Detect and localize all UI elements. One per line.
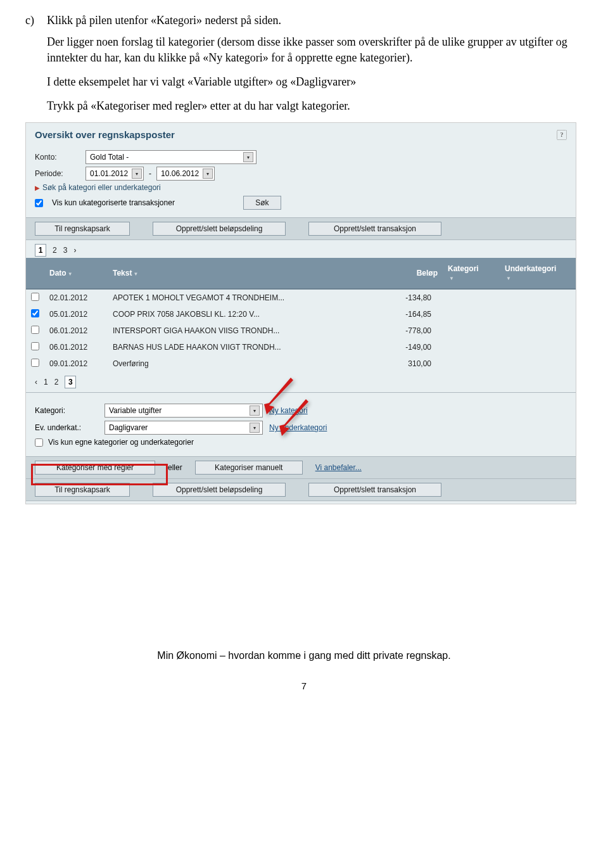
cell-underkat (500, 355, 576, 372)
cell-kategori (443, 289, 500, 306)
show-own-categories-checkbox[interactable] (35, 438, 43, 447)
col-tekst[interactable]: Tekst▼ (108, 258, 379, 289)
col-underkat[interactable]: Underkategori▼ (500, 258, 576, 289)
cell-tekst: Overføring (108, 355, 379, 372)
cell-belop: -164,85 (379, 306, 443, 322)
cell-dato: 06.01.2012 (44, 322, 108, 339)
cell-underkat (500, 322, 576, 339)
cell-dato: 06.01.2012 (44, 339, 108, 355)
til-regnskapsark-button[interactable]: Til regnskapsark (35, 222, 130, 236)
cell-kategori (443, 339, 500, 355)
underkat-select[interactable]: Dagligvarer ▾ (104, 421, 263, 435)
row-checkbox[interactable] (31, 309, 39, 317)
opprett-slett-trans-button-2[interactable]: Opprett/slett transaksjon (308, 483, 441, 497)
row-checkbox[interactable] (31, 326, 39, 334)
cell-dato: 05.01.2012 (44, 306, 108, 322)
doc-para4: Trykk på «Kategoriser med regler» etter … (47, 98, 583, 113)
table-row: 06.01.2012INTERSPORT GIGA HAAKON VIISG T… (26, 322, 576, 339)
toolbar-top: Til regnskapsark Opprett/slett beløpsdel… (26, 217, 576, 240)
show-uncategorized-checkbox[interactable] (35, 199, 43, 207)
cell-kategori (443, 355, 500, 372)
konto-label: Konto: (35, 153, 80, 162)
col-dato[interactable]: Dato▼ (44, 258, 108, 289)
cell-tekst: BARNAS HUS LADE HAAKON VIIGT TRONDH... (108, 339, 379, 355)
cell-belop: 310,00 (379, 355, 443, 372)
col-belop[interactable]: Beløp (379, 258, 443, 289)
cell-dato: 09.01.2012 (44, 355, 108, 372)
periode-from-value: 01.01.2012 (90, 169, 128, 178)
search-category-link[interactable]: ▶ Søk på kategori eller underkategori (35, 183, 567, 192)
kategori-value: Variable utgifter (109, 406, 162, 415)
underkat-value: Dagligvarer (109, 423, 148, 432)
row-checkbox[interactable] (31, 293, 39, 301)
table-row: 06.01.2012BARNAS HUS LADE HAAKON VIIGT T… (26, 339, 576, 355)
periode-from-input[interactable]: 01.01.2012 ▾ (86, 167, 144, 181)
cell-tekst: APOTEK 1 MOHOLT VEGAMOT 4 TRONDHEIM... (108, 289, 379, 306)
triangle-icon: ▶ (35, 184, 40, 191)
toolbar-bottom: Til regnskapsark Opprett/slett beløpsdel… (26, 479, 576, 501)
konto-value: Gold Total - (90, 153, 129, 162)
konto-select[interactable]: Gold Total - ▾ (86, 150, 256, 164)
cell-kategori (443, 306, 500, 322)
doc-page-number: 7 (25, 680, 583, 691)
help-icon[interactable]: ? (557, 130, 567, 140)
pager-bottom: ‹ 1 2 3 (26, 372, 576, 392)
row-checkbox[interactable] (31, 359, 39, 367)
ny-kategori-link[interactable]: Ny kategori (269, 406, 308, 415)
chevron-down-icon: ▾ (132, 169, 142, 179)
app-screenshot: Oversikt over regnskapsposter ? Konto: G… (25, 122, 576, 504)
chevron-down-icon: ▾ (250, 423, 260, 433)
periode-label: Periode: (35, 169, 80, 178)
kategoriser-med-regler-button[interactable]: Kategoriser med regler (35, 461, 155, 475)
periode-to-value: 10.06.2012 (161, 169, 199, 178)
kategori-select[interactable]: Variable utgifter ▾ (104, 404, 263, 418)
table-row: 09.01.2012Overføring310,00 (26, 355, 576, 372)
chevron-down-icon: ▾ (250, 405, 260, 416)
pager-prev-icon[interactable]: ‹ (35, 378, 37, 386)
cell-underkat (500, 306, 576, 322)
panel-title: Oversikt over regnskapsposter (35, 129, 175, 140)
pager-current: 1 (35, 244, 46, 257)
categorize-actions: Kategoriser med regler eller Kategoriser… (26, 456, 576, 479)
ny-underkategori-link[interactable]: Ny underkategori (269, 423, 327, 432)
cell-underkat (500, 339, 576, 355)
periode-to-input[interactable]: 10.06.2012 ▾ (156, 167, 215, 181)
underkat-label: Ev. underkat.: (35, 423, 98, 432)
pager-next-icon[interactable]: › (73, 246, 76, 255)
list-marker: c) (25, 13, 47, 28)
cell-belop: -134,80 (379, 289, 443, 306)
cell-underkat (500, 289, 576, 306)
pager-page-3[interactable]: 3 (63, 246, 68, 255)
pager-page-2[interactable]: 2 (53, 246, 57, 255)
col-kategori[interactable]: Kategori▼ (443, 258, 500, 289)
periode-separator: - (149, 169, 151, 178)
opprett-slett-belop-button-2[interactable]: Opprett/slett beløpsdeling (153, 483, 286, 497)
transactions-table: Dato▼ Tekst▼ Beløp Kategori▼ Underkatego… (26, 258, 576, 372)
cell-tekst: COOP PRIX 7058 JAKOBSLI KL. 12:20 V... (108, 306, 379, 322)
show-uncategorized-label: Vis kun ukategoriserte transaksjoner (52, 198, 175, 207)
chevron-down-icon: ▾ (203, 169, 213, 179)
search-button[interactable]: Søk (243, 196, 281, 210)
cell-belop: -778,00 (379, 322, 443, 339)
doc-list-item-c: c) Klikk på pilen utenfor «Kategori» ned… (25, 13, 583, 28)
search-link-label: Søk på kategori eller underkategori (42, 183, 161, 192)
cell-kategori (443, 322, 500, 339)
til-regnskapsark-button-2[interactable]: Til regnskapsark (35, 483, 130, 497)
pager-page-2b[interactable]: 2 (54, 378, 59, 386)
opprett-slett-belop-button[interactable]: Opprett/slett beløpsdeling (153, 222, 286, 236)
table-row: 05.01.2012COOP PRIX 7058 JAKOBSLI KL. 12… (26, 306, 576, 322)
cell-dato: 02.01.2012 (44, 289, 108, 306)
category-section: Kategori: Variable utgifter ▾ Ny kategor… (26, 393, 576, 479)
pager-page-1[interactable]: 1 (44, 378, 48, 386)
kategoriser-manuelt-button[interactable]: Kategoriser manuelt (195, 461, 303, 475)
table-row: 02.01.2012APOTEK 1 MOHOLT VEGAMOT 4 TRON… (26, 289, 576, 306)
cell-belop: -149,00 (379, 339, 443, 355)
eller-text: eller (168, 463, 182, 472)
doc-para2: Der ligger noen forslag til kategorier (… (47, 34, 583, 65)
panel-heading: Oversikt over regnskapsposter ? (26, 123, 576, 145)
pager-top: 1 2 3 › (26, 240, 576, 257)
row-checkbox[interactable] (31, 342, 39, 350)
doc-para3: I dette eksempelet har vi valgt «Variabl… (47, 74, 583, 89)
opprett-slett-trans-button[interactable]: Opprett/slett transaksjon (308, 222, 441, 236)
vi-anbefaler-link[interactable]: Vi anbefaler... (315, 463, 362, 472)
